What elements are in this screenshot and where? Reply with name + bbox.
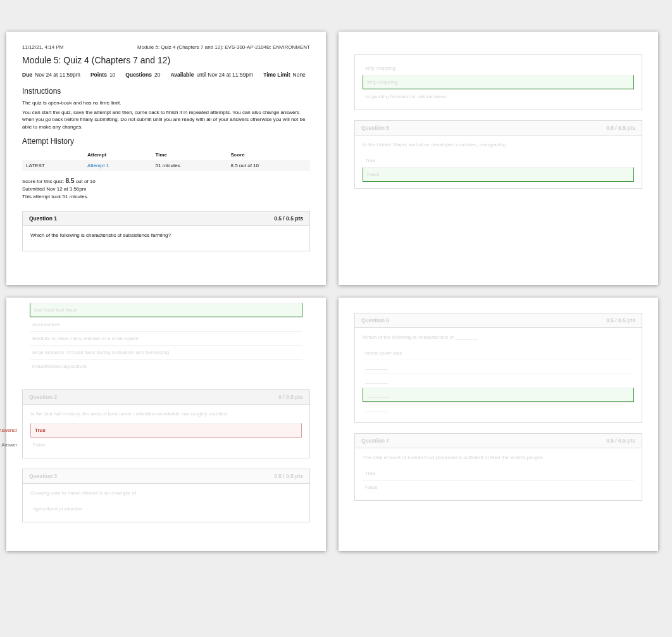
quiz-title: Module 5: Quiz 4 (Chapters 7 and 12): [22, 55, 310, 65]
instructions-line: You can start the quiz, save the attempt…: [22, 109, 310, 130]
answer-option: True: [363, 154, 634, 167]
question-points: 0.5 / 0.5 pts: [606, 125, 635, 131]
question-header: Question 2 0 / 0.5 pts: [23, 390, 309, 405]
answer-option: agricultural production: [30, 502, 302, 515]
question-number: Question 2: [29, 394, 57, 400]
question-header: Question 7 0.5 / 0.5 pts: [355, 434, 642, 448]
table-row: LATEST Attempt 1 51 minutes 8.5 out of 1…: [22, 160, 310, 171]
question-card-2: Question 2 0 / 0.5 pts In the last half …: [22, 389, 310, 458]
attempt-time: 51 minutes: [152, 160, 227, 171]
answer-option: monoculture: [30, 317, 302, 331]
answer-option: strip cropping: [363, 61, 634, 75]
question-header: Question 5 0.5 / 0.5 pts: [355, 121, 642, 136]
question-points: 0.5 / 0.5 pts: [606, 438, 635, 444]
answer-option: forest cover loss: [363, 346, 634, 360]
question-card-7: Question 7 0.5 / 0.5 pts The total amoun…: [354, 433, 642, 501]
meta-points: Points10: [90, 72, 115, 78]
question-card-4: strip cropping strip cropping supporting…: [354, 54, 642, 110]
header-timestamp: 11/12/21, 4:14 PM: [22, 44, 63, 50]
score-summary: Score for this quiz: 8.5 out of 10 Submi…: [22, 176, 310, 201]
question-prompt: In the last half century, the area of la…: [30, 411, 302, 417]
answer-option: supporting farmland or natural areas: [363, 89, 634, 103]
question-points: 0 / 0.5 pts: [278, 394, 303, 400]
answer-option: True: [30, 423, 302, 438]
question-card-3: Question 3 0.5 / 0.5 pts Growing corn to…: [22, 469, 310, 522]
question-number: Question 3: [29, 473, 57, 479]
attempt-latest-tag: LATEST: [22, 160, 84, 171]
question-header: Question 6 0.5 / 0.5 pts: [355, 313, 642, 328]
answer-option: ________: [363, 388, 634, 402]
question-number: Question 5: [361, 125, 389, 131]
instructions-line: The quiz is open-book and has no time li…: [22, 99, 310, 106]
table-header-row: Attempt Time Score: [22, 149, 310, 160]
answer-option: ________: [363, 402, 634, 416]
meta-available: Availableuntil Nov 24 at 11:59pm: [170, 72, 253, 78]
answer-option: False: [363, 167, 634, 182]
question-number: Question 7: [361, 438, 389, 444]
attempt-history-table: Attempt Time Score LATEST Attempt 1 51 m…: [22, 149, 310, 171]
answer-option: ________: [363, 360, 634, 374]
question-prompt: Which of the following is characteristic…: [30, 232, 302, 238]
question-prompt: In the United States and other developed…: [363, 142, 634, 148]
question-prompt: Growing corn to make ethanol is an examp…: [30, 490, 302, 496]
instructions-heading: Instructions: [22, 87, 310, 96]
answer-option: feedlots to raise many animals in a smal…: [30, 331, 302, 345]
answer-option: True: [363, 467, 634, 480]
page-right-1: strip cropping strip cropping supporting…: [339, 32, 658, 285]
answer-option: low fossil fuel input: [30, 303, 302, 317]
question-card-1: Question 1 0.5 / 0.5 pts Which of the fo…: [22, 211, 310, 251]
answer-option: False: [30, 438, 302, 451]
header-doc-title: Module 5: Quiz 4 (Chapters 7 and 12): EV…: [137, 44, 310, 50]
meta-due: DueNov 24 at 11:59pm: [22, 72, 80, 78]
answer-option: industrialized agriculture: [30, 359, 302, 373]
question-card-5: Question 5 0.5 / 0.5 pts In the United S…: [354, 120, 642, 189]
question-card-1-answers: low fossil fuel input monoculture feedlo…: [22, 303, 310, 379]
page-1: 11/12/21, 4:14 PM Module 5: Quiz 4 (Chap…: [6, 32, 326, 285]
attempt-score: 8.5 out of 10: [227, 160, 310, 171]
meta-questions: Questions20: [125, 72, 160, 78]
page-1b: low fossil fuel input monoculture feedlo…: [6, 298, 326, 551]
page-header: 11/12/21, 4:14 PM Module 5: Quiz 4 (Chap…: [22, 44, 310, 50]
answer-option: large amounts of fossil fuels during cul…: [30, 345, 302, 359]
meta-timelimit: Time LimitNone: [263, 72, 306, 78]
answer-option: ________: [363, 374, 634, 388]
question-prompt: The total amount of human food produced …: [363, 455, 634, 460]
answer-option: strip cropping: [363, 75, 634, 89]
answer-option: False: [363, 480, 634, 494]
page-right-2: Question 6 0.5 / 0.5 pts Which of the fo…: [339, 298, 658, 551]
attempt-history-heading: Attempt History: [22, 137, 310, 146]
question-points: 0.5 / 0.5 pts: [274, 215, 303, 222]
question-header: Question 3 0.5 / 0.5 pts: [23, 469, 309, 484]
question-number: Question 1: [29, 215, 57, 222]
question-number: Question 6: [361, 317, 389, 324]
question-points: 0.5 / 0.5 pts: [606, 317, 635, 324]
question-card-6: Question 6 0.5 / 0.5 pts Which of the fo…: [354, 313, 642, 423]
attempt-link[interactable]: Attempt 1: [84, 160, 152, 171]
question-header: Question 1 0.5 / 0.5 pts: [23, 211, 309, 226]
quiz-meta: DueNov 24 at 11:59pm Points10 Questions2…: [22, 72, 310, 78]
question-points: 0.5 / 0.5 pts: [274, 473, 303, 479]
question-prompt: Which of the following is characteristic…: [363, 334, 634, 340]
